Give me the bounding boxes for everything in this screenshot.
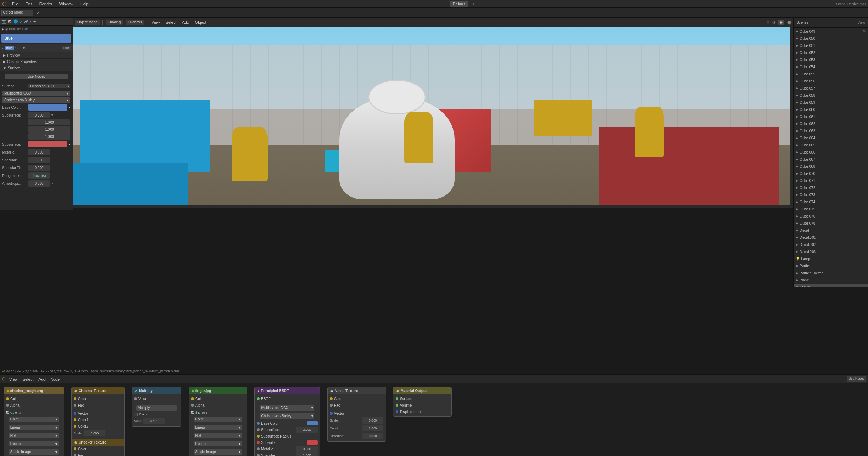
scene-item-decal002[interactable]: ▶Decal.002: [794, 241, 868, 248]
scene-item-cube070[interactable]: ▶Cube.070: [794, 170, 868, 177]
checker-tex-scale-field[interactable]: 5.000: [84, 430, 105, 436]
overlays-btn[interactable]: Overlays: [126, 20, 144, 25]
rendered-btn[interactable]: ⬤: [787, 20, 791, 24]
roughness-field[interactable]: finger.jpg: [28, 172, 50, 179]
subsurface-field[interactable]: 0.000: [28, 112, 50, 118]
use-nodes-btn[interactable]: Use Nodes: [5, 74, 68, 79]
multiscatter-dropdown[interactable]: Multiscatter GGX▾: [2, 91, 70, 96]
metallic-field[interactable]: 0.000: [28, 149, 50, 155]
subsurface-arrow[interactable]: ▾: [51, 113, 53, 117]
shader-dropdown[interactable]: Principled BSDF▾: [28, 84, 70, 88]
specular-field[interactable]: 1.000: [28, 157, 50, 163]
node-view-menu[interactable]: View: [8, 376, 19, 382]
workspace-default[interactable]: Default: [450, 1, 468, 7]
shading-btn[interactable]: Shading: [106, 20, 123, 25]
bsdf-metallic-val[interactable]: 0.000: [296, 446, 318, 452]
scene-item-cube063[interactable]: ▶Cube.063: [794, 127, 868, 134]
scene-item-cube052[interactable]: ▶Cube.052: [794, 49, 868, 56]
finger-flat-dropdown[interactable]: Flat▾: [194, 433, 242, 438]
multiply-value-field[interactable]: 0.500: [143, 418, 165, 424]
scene-item-cube057[interactable]: ▶Cube.057: [794, 85, 868, 92]
scene-item-cube053[interactable]: ▶Cube.053: [794, 56, 868, 63]
menu-file[interactable]: File: [11, 1, 20, 7]
node-checker-rough[interactable]: ■ checker_rough.png Color Alpha 🖼 Color …: [4, 387, 64, 456]
add-menu[interactable]: Add: [181, 20, 191, 25]
viewport-scrollbar-h[interactable]: [73, 205, 793, 208]
bsdf-subsurface-val[interactable]: 0.000: [296, 427, 318, 433]
repeat-dropdown-cr[interactable]: Repeat▾: [9, 441, 59, 446]
flat-dropdown-cr[interactable]: Flat▾: [9, 433, 59, 438]
node-multiply[interactable]: ✕ Multiply Value Multiply Clamp Value: [132, 387, 181, 427]
scene-item-cube065[interactable]: ▶Cube.065: [794, 141, 868, 149]
preview-section[interactable]: ▶ Preview: [0, 52, 73, 58]
view-label[interactable]: View: [858, 21, 866, 25]
particle-icon[interactable]: ✦: [33, 20, 36, 23]
scene-item-cube050[interactable]: ▶Cube.050: [794, 35, 868, 42]
scene-item-cube067[interactable]: ▶Cube.067: [794, 156, 868, 163]
node-principled-bsdf[interactable]: ● Principled BSDF BSDF Multiscatter GGX▾…: [254, 387, 320, 456]
noise-detail-val[interactable]: 2.000: [362, 425, 383, 431]
christensen-dropdown[interactable]: Christensen-Burley▾: [2, 97, 70, 103]
mat-name-field[interactable]: Blue: [5, 46, 14, 50]
node-select-menu[interactable]: Select: [21, 376, 35, 382]
material-icon[interactable]: ●: [30, 20, 32, 23]
surface-section[interactable]: ▼ Surface: [0, 65, 73, 71]
scene-item-particle[interactable]: ▶Particle: [794, 262, 868, 269]
finger-color-dropdown[interactable]: Color▾: [194, 417, 242, 422]
node-add-menu[interactable]: Add: [37, 376, 47, 382]
node-noise-texture[interactable]: ◉ Noise Texture Color Fac Vector: [327, 387, 386, 442]
anisotropic-arrow[interactable]: ▾: [51, 182, 53, 185]
scene-item-cube054[interactable]: ▶Cube.054: [794, 63, 868, 70]
material-dropdown-bar[interactable]: ◉ Barel.02 Blue: [5, 27, 68, 31]
scene-item-cube051[interactable]: ▶Cube.051: [794, 42, 868, 49]
bsdf-multiscatter-dropdown[interactable]: Multiscatter GGX▾: [260, 405, 315, 411]
finger-single-image-dropdown[interactable]: Single Image▾: [194, 449, 242, 455]
workspace-add[interactable]: +: [471, 1, 476, 7]
scene-item-particle-emitter[interactable]: ▶ParticleEmitter: [794, 269, 868, 277]
transform-icon[interactable]: ↗: [36, 10, 39, 15]
visibility-icon-049[interactable]: 👁: [863, 29, 866, 33]
scene-item-player[interactable]: ▼Player: [794, 284, 868, 287]
scene-item-cube060[interactable]: ▶Cube.060: [794, 106, 868, 113]
scene-item-cube074[interactable]: ▶Cube.074: [794, 198, 868, 205]
base-color-arrow[interactable]: ▾: [69, 106, 70, 109]
subsurface-color-arrow[interactable]: ▾: [69, 143, 70, 146]
scene-item-cube072[interactable]: ▶Cube.072: [794, 184, 868, 191]
scene-item-cube076[interactable]: ▶Cube.076: [794, 213, 868, 220]
material-btn[interactable]: ◉: [778, 20, 784, 25]
mode-btn[interactable]: Object Mode: [75, 20, 100, 25]
scene-item-plane[interactable]: ▶Plane: [794, 277, 868, 284]
select-menu[interactable]: Select: [164, 20, 178, 25]
menu-render[interactable]: Render: [38, 1, 54, 7]
add-material-btn[interactable]: +: [69, 27, 71, 31]
subsurface-val-3[interactable]: 1.000: [28, 133, 70, 140]
wireframe-btn[interactable]: ⊞: [767, 20, 769, 24]
node-material-output[interactable]: ◉ Material Output Surface Volume Displac…: [393, 387, 452, 417]
main-viewport[interactable]: [73, 27, 793, 208]
single-image-dropdown-cr[interactable]: Single Image▾: [9, 449, 59, 455]
noise-distortion-val[interactable]: 0.000: [362, 433, 383, 439]
bsdf-specular-val[interactable]: 1.000: [296, 452, 318, 456]
menu-edit[interactable]: Edit: [24, 1, 34, 7]
custom-props-section[interactable]: ▶ Custom Properties: [0, 58, 73, 65]
camera-icon[interactable]: 📷: [1, 19, 6, 24]
scene-item-cube062[interactable]: ▶Cube.062: [794, 120, 868, 127]
viewport-scrollbar-v[interactable]: [790, 27, 793, 208]
clamp-checkbox[interactable]: [134, 413, 138, 416]
solid-btn[interactable]: ◑: [772, 20, 776, 24]
scene-item-cube073[interactable]: ▶Cube.073: [794, 191, 868, 198]
mat-data-btn[interactable]: Blue: [62, 46, 71, 50]
object-icon[interactable]: ▷: [20, 19, 22, 24]
scene-item-cube059[interactable]: ▶Cube.059: [794, 99, 868, 106]
menu-window[interactable]: Window: [58, 1, 75, 7]
scene-item-cube061[interactable]: ▶Cube.061: [794, 113, 868, 120]
scene-item-cube071[interactable]: ▶Cube.071: [794, 177, 868, 184]
multiply-dropdown[interactable]: Multiply: [136, 405, 176, 411]
scene-item-cube066[interactable]: ▶Cube.066: [794, 149, 868, 156]
scene-item-cube049[interactable]: ▶ Cube.049 👁: [794, 28, 868, 35]
scene-item-cube056[interactable]: ▶Cube.056: [794, 77, 868, 85]
scene-item-decal[interactable]: ▶Decal: [794, 227, 868, 234]
color-dropdown-cr[interactable]: Color▾: [9, 417, 59, 422]
constraint-icon[interactable]: 🔗: [24, 20, 28, 23]
menu-help[interactable]: Help: [79, 1, 90, 7]
